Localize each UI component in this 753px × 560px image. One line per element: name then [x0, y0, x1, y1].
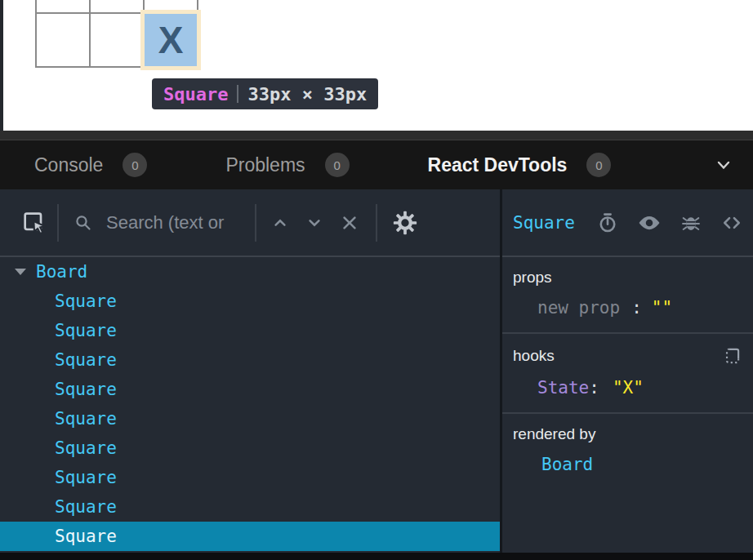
devtools-window: X Square 33px × 33px Console 0 Problems … [0, 0, 753, 560]
tictactoe-board: X [35, 0, 198, 68]
tree-item-square[interactable]: Square [0, 492, 500, 522]
tooltip-component-name: Square [163, 84, 228, 104]
parse-hook-names-icon[interactable] [721, 345, 742, 367]
board-grid: X [35, 0, 198, 68]
tree-item-label: Square [55, 350, 117, 370]
rendered-by-section: rendered by Board [502, 414, 753, 474]
hooks-title-row: hooks [513, 345, 742, 367]
new-prop-value[interactable]: "" [652, 298, 672, 318]
debug-bug-icon[interactable] [680, 212, 702, 233]
tab-console-label: Console [34, 154, 103, 176]
hooks-state-row: State : "X" [513, 378, 742, 398]
inspect-dom-eye-icon[interactable] [637, 211, 662, 235]
previous-result-icon[interactable] [270, 212, 291, 233]
tree-item-square[interactable]: Square [0, 287, 500, 316]
board-cell[interactable] [37, 14, 89, 66]
tree-item-label: Square [55, 527, 117, 546]
inspect-element-icon[interactable] [21, 210, 47, 236]
tab-react-devtools-badge: 0 [586, 153, 611, 177]
board-cell[interactable] [91, 0, 143, 12]
tree-item-label: Square [55, 321, 117, 340]
board-cell[interactable] [37, 0, 89, 12]
tree-item-label: Square [55, 497, 117, 517]
hooks-colon: : [589, 378, 599, 398]
inspect-tooltip: Square 33px × 33px [152, 78, 378, 109]
board-cell[interactable] [91, 14, 143, 66]
tree-item-square[interactable]: Square [0, 433, 500, 463]
devtools-tabbar: Console 0 Problems 0 React DevTools 0 [0, 140, 753, 189]
tab-problems-label: Problems [225, 154, 305, 176]
browser-page: X Square 33px × 33px [0, 0, 753, 131]
tree-item-square[interactable]: Square [0, 375, 500, 404]
hooks-section: hooks State : "X" [502, 334, 753, 414]
rendered-by-title: rendered by [513, 425, 742, 443]
tab-react-devtools-label: React DevTools [428, 154, 568, 176]
react-devtools-panel: BoardSquareSquareSquareSquareSquareSquar… [0, 189, 753, 553]
devtools-drawer-edge[interactable] [0, 131, 753, 140]
window-left-edge [0, 0, 3, 131]
tree-item-label: Square [55, 468, 117, 487]
tree-item-board[interactable]: Board [0, 257, 500, 287]
details-header: Square [502, 189, 753, 257]
tab-console-badge: 0 [123, 153, 147, 177]
tooltip-dimensions: 33px × 33px [247, 84, 367, 104]
rendered-by-board-link[interactable]: Board [541, 455, 593, 474]
state-hook-value[interactable]: "X" [613, 378, 644, 398]
tree-item-label: Square [55, 438, 117, 458]
tree-item-label: Square [55, 409, 117, 429]
tree-item-label: Square [55, 380, 117, 399]
toolbar-divider [376, 204, 377, 242]
tree-item-square[interactable]: Square [0, 316, 500, 345]
chevron-down-icon[interactable] [714, 155, 733, 175]
component-details-panel: Square [502, 189, 753, 553]
search-input[interactable] [106, 212, 247, 233]
tree-item-square[interactable]: Square [0, 463, 500, 492]
search-icon [74, 213, 93, 233]
profiler-stopwatch-icon[interactable] [597, 212, 618, 233]
new-prop-input[interactable]: new prop [537, 298, 620, 318]
window-bottom-edge [0, 553, 753, 560]
tab-react-devtools[interactable]: React DevTools 0 [428, 153, 612, 177]
tree-item-label: Board [36, 262, 87, 282]
tree-toolbar [0, 189, 500, 257]
props-colon: : [631, 298, 642, 318]
tab-problems[interactable]: Problems 0 [225, 153, 349, 177]
settings-gear-icon[interactable] [392, 210, 418, 236]
component-tree: BoardSquareSquareSquareSquareSquareSquar… [0, 257, 500, 553]
toolbar-divider [255, 204, 256, 242]
tree-item-square[interactable]: Square [0, 345, 500, 375]
clear-search-icon[interactable] [338, 211, 361, 234]
props-row: new prop : "" [513, 298, 742, 318]
tree-item-label: Square [55, 291, 117, 311]
hooks-title: hooks [513, 347, 555, 365]
board-cell[interactable] [145, 0, 197, 12]
tree-item-square-selected[interactable]: Square [0, 522, 500, 551]
expander-arrow-icon[interactable] [15, 269, 26, 275]
board-cell-highlighted[interactable]: X [145, 14, 197, 66]
toolbar-divider [57, 204, 59, 242]
next-result-icon[interactable] [304, 212, 325, 233]
props-section: props new prop : "" [502, 257, 753, 334]
state-hook-label: State [537, 378, 589, 398]
tab-console[interactable]: Console 0 [34, 153, 147, 177]
view-source-icon[interactable] [720, 211, 743, 234]
tree-item-square[interactable]: Square [0, 404, 500, 433]
components-tree-panel: BoardSquareSquareSquareSquareSquareSquar… [0, 189, 500, 553]
selected-component-name: Square [513, 213, 575, 233]
tooltip-divider [237, 85, 238, 103]
tab-problems-badge: 0 [325, 153, 350, 177]
props-title: props [513, 269, 742, 287]
